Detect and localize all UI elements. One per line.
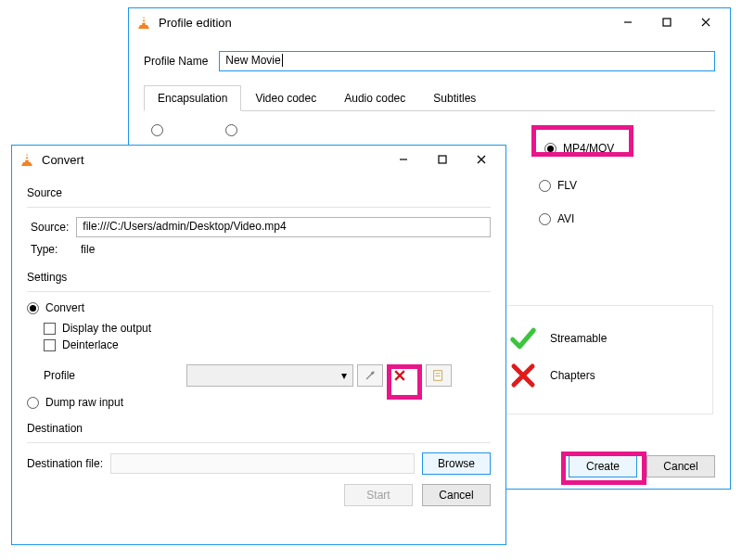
source-input[interactable]: file:///C:/Users/admin/Desktop/Video.mp4: [76, 217, 491, 237]
svg-rect-8: [26, 156, 29, 158]
hidden-radio-1[interactable]: [151, 124, 163, 136]
display-output-checkbox[interactable]: Display the output: [44, 322, 491, 335]
convert-window: Convert Source Source: file:///C:/Users/…: [11, 145, 506, 545]
window-controls: [609, 11, 724, 33]
profile-name-input[interactable]: New Movie: [219, 51, 715, 71]
svg-rect-11: [439, 156, 446, 163]
profile-name-label: Profile Name: [144, 55, 208, 68]
format-avi[interactable]: AVI: [539, 212, 706, 225]
maximize-button[interactable]: [648, 11, 685, 33]
radio-icon-selected: [27, 302, 39, 314]
tab-audio-codec[interactable]: Audio codec: [330, 85, 419, 111]
format-flv-label: FLV: [557, 179, 577, 192]
format-flv[interactable]: FLV: [539, 179, 706, 192]
feature-streamable-label: Streamable: [550, 332, 607, 345]
svg-rect-0: [143, 19, 146, 20]
convert-radio[interactable]: Convert: [27, 301, 491, 314]
convert-radio-label: Convert: [45, 301, 84, 314]
profile-titlebar: Profile edition: [129, 8, 730, 36]
maximize-button[interactable]: [424, 148, 461, 171]
radio-icon: [539, 213, 551, 225]
browse-button[interactable]: Browse: [422, 452, 491, 475]
checkbox-icon: [44, 323, 56, 335]
chevron-down-icon: ▾: [341, 369, 347, 382]
delete-profile-button[interactable]: [387, 364, 413, 387]
window-controls: [385, 148, 500, 171]
svg-rect-3: [663, 19, 671, 26]
wrench-icon: [364, 369, 377, 382]
tab-encapsulation[interactable]: Encapsulation: [144, 85, 241, 111]
x-mark-icon: [509, 362, 537, 389]
settings-group-label: Settings: [27, 271, 491, 284]
profile-label: Profile: [44, 369, 94, 382]
convert-titlebar: Convert: [12, 146, 505, 173]
hidden-radio-2[interactable]: [225, 124, 237, 136]
radio-icon: [539, 180, 551, 192]
new-profile-button[interactable]: [426, 364, 452, 387]
destination-file-input[interactable]: [110, 453, 415, 474]
checkmark-icon: [509, 325, 537, 352]
svg-rect-9: [25, 159, 29, 160]
source-group-label: Source: [27, 186, 491, 199]
edit-profile-button[interactable]: [357, 364, 383, 387]
radio-icon: [27, 397, 39, 409]
convert-window-title: Convert: [42, 153, 385, 167]
dump-raw-radio[interactable]: Dump raw input: [27, 396, 491, 409]
format-mp4-mov[interactable]: MP4/MOV: [539, 138, 706, 159]
feature-chapters-label: Chapters: [550, 369, 595, 382]
feature-streamable: Streamable: [509, 325, 701, 352]
type-label: Type:: [31, 243, 73, 256]
svg-rect-17: [436, 373, 441, 374]
profile-cancel-button[interactable]: Cancel: [646, 455, 715, 477]
radio-icon-selected: [544, 143, 556, 155]
dump-raw-label: Dump raw input: [45, 396, 123, 409]
svg-rect-1: [142, 21, 146, 23]
close-button[interactable]: [463, 148, 500, 171]
svg-rect-18: [436, 375, 441, 376]
minimize-button[interactable]: [609, 11, 646, 33]
minimize-button[interactable]: [385, 148, 422, 171]
destination-file-label: Destination file:: [27, 457, 103, 470]
destination-group-label: Destination: [27, 422, 491, 435]
start-button[interactable]: Start: [344, 484, 413, 506]
format-mp4-mov-label: MP4/MOV: [563, 142, 614, 155]
new-profile-icon: [432, 369, 445, 382]
checkbox-icon: [44, 339, 56, 351]
close-button[interactable]: [687, 11, 724, 33]
profile-dropdown[interactable]: ▾: [186, 364, 353, 387]
profile-tabbar: Encapsulation Video codec Audio codec Su…: [144, 84, 715, 111]
vlc-icon: [136, 15, 151, 30]
format-avi-label: AVI: [557, 212, 574, 225]
deinterlace-checkbox[interactable]: Deinterlace: [44, 338, 491, 351]
display-output-label: Display the output: [62, 322, 151, 335]
tab-video-codec[interactable]: Video codec: [241, 85, 330, 111]
convert-cancel-button[interactable]: Cancel: [422, 484, 491, 506]
type-value: file: [81, 243, 95, 256]
profile-window-title: Profile edition: [159, 16, 609, 30]
deinterlace-label: Deinterlace: [62, 338, 119, 351]
tab-subtitles[interactable]: Subtitles: [419, 85, 490, 111]
vlc-icon: [19, 152, 34, 167]
source-label: Source:: [31, 221, 69, 234]
feature-chapters: Chapters: [509, 362, 701, 389]
delete-x-icon: [394, 370, 405, 381]
create-button[interactable]: Create: [569, 455, 637, 477]
